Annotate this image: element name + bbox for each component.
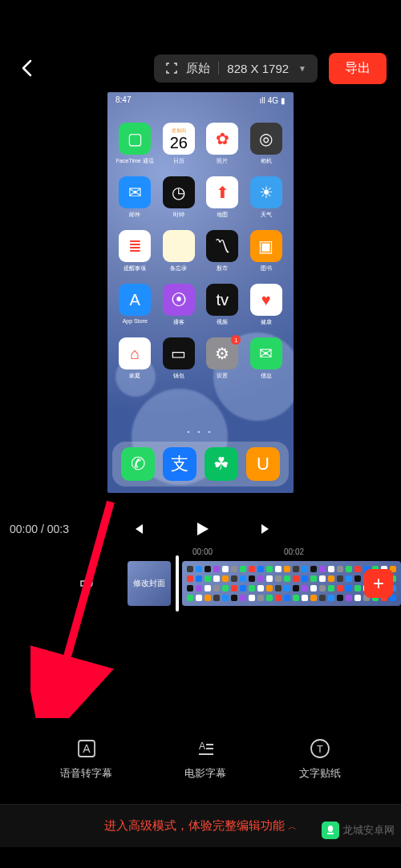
bottom-tools: A 语音转字幕 A 电影字幕 T 文字贴纸 bbox=[0, 737, 401, 781]
dock-icon-alipay: 支 bbox=[163, 447, 196, 481]
app-icon: ♥健康 bbox=[247, 284, 286, 326]
aspect-icon bbox=[165, 62, 178, 75]
watermark: 龙城安卓网 bbox=[322, 822, 395, 839]
tool-voice-subtitle[interactable]: A 语音转字幕 bbox=[60, 737, 112, 781]
tool-movie-subtitle[interactable]: A 电影字幕 bbox=[184, 737, 226, 781]
next-frame-button[interactable] bbox=[259, 522, 273, 536]
svg-text:A: A bbox=[199, 741, 205, 752]
app-icon: ✉信息 bbox=[247, 337, 286, 380]
speaker-icon bbox=[79, 575, 96, 592]
prev-frame-button[interactable] bbox=[131, 522, 145, 536]
app-icon: ⚙1设置 bbox=[203, 337, 242, 380]
top-toolbar: 原始 828 X 1792 ▼ 导出 bbox=[0, 48, 401, 88]
chevron-down-icon: ▼ bbox=[298, 64, 306, 73]
aspect-label: 原始 bbox=[186, 61, 210, 76]
app-icon: ⌂家庭 bbox=[115, 337, 155, 380]
play-button[interactable] bbox=[193, 520, 211, 538]
phone-screenshot: 8:47 ıll4G▮ ▢FaceTime 通话星期四26日历✿照片◎相机✉邮件… bbox=[107, 92, 294, 493]
voice-subtitle-icon: A bbox=[75, 737, 98, 760]
watermark-text: 龙城安卓网 bbox=[342, 823, 395, 838]
svg-text:A: A bbox=[83, 742, 91, 755]
app-icon: ⬆地图 bbox=[203, 176, 242, 219]
resolution-value: 828 X 1792 bbox=[227, 62, 289, 75]
video-preview[interactable]: 8:47 ıll4G▮ ▢FaceTime 通话星期四26日历✿照片◎相机✉邮件… bbox=[0, 92, 401, 493]
chevron-up-icon: ︿ bbox=[288, 822, 297, 831]
advanced-mode-link[interactable]: 进入高级模式，体验完整编辑功能︿ bbox=[104, 818, 297, 834]
cover-thumbnail[interactable]: 修改封面 bbox=[128, 561, 171, 606]
app-icon: ◷时钟 bbox=[160, 176, 199, 219]
playback-controls: 00:00 / 00:3 bbox=[0, 513, 401, 545]
app-icon: ▣图书 bbox=[247, 230, 286, 273]
dock-icon-phone: ✆ bbox=[121, 447, 155, 481]
app-icon: ▢FaceTime 通话 bbox=[115, 123, 155, 165]
skip-back-icon bbox=[131, 522, 145, 536]
time-display: 00:00 / 00:3 bbox=[10, 523, 69, 535]
dock-icon-wechat: ☘ bbox=[205, 447, 238, 481]
skip-forward-icon bbox=[259, 522, 273, 536]
resolution-selector[interactable]: 原始 828 X 1792 ▼ bbox=[154, 55, 318, 83]
app-icon: ☀天气 bbox=[247, 176, 286, 219]
back-button[interactable] bbox=[14, 52, 38, 84]
app-icon: ≣提醒事项 bbox=[115, 230, 155, 273]
app-icon: 备忘录 bbox=[160, 230, 199, 273]
app-icon: ◎相机 bbox=[247, 123, 286, 165]
text-sticker-icon: T bbox=[309, 737, 331, 760]
export-button[interactable]: 导出 bbox=[329, 53, 387, 84]
mute-toggle[interactable] bbox=[72, 575, 103, 592]
video-clip[interactable]: + bbox=[182, 561, 401, 606]
playhead[interactable] bbox=[176, 555, 179, 612]
tool-text-sticker[interactable]: T 文字贴纸 bbox=[299, 737, 341, 781]
timeline[interactable]: 修改封面 + bbox=[0, 561, 401, 606]
app-icon: AApp Store bbox=[115, 284, 155, 326]
watermark-logo-icon bbox=[322, 822, 339, 839]
phone-status-right: ıll4G▮ bbox=[259, 95, 286, 105]
movie-subtitle-icon: A bbox=[194, 737, 217, 760]
app-icon: 〽股市 bbox=[203, 230, 242, 273]
chevron-left-icon bbox=[21, 59, 32, 77]
app-icon: ✉邮件 bbox=[115, 176, 155, 219]
timeline-ruler: 00:00 00:02 bbox=[0, 547, 401, 562]
app-icon: tv视频 bbox=[203, 284, 242, 326]
play-icon bbox=[193, 520, 211, 538]
app-icon: 星期四26日历 bbox=[160, 123, 199, 165]
app-icon: ✿照片 bbox=[203, 123, 242, 165]
app-icon: ⦿播客 bbox=[160, 284, 199, 326]
svg-text:T: T bbox=[317, 743, 323, 755]
phone-status-time: 8:47 bbox=[115, 95, 131, 105]
dock-icon-uc: U bbox=[246, 447, 280, 481]
add-clip-button[interactable]: + bbox=[364, 569, 393, 598]
app-icon: ▭钱包 bbox=[160, 337, 199, 380]
